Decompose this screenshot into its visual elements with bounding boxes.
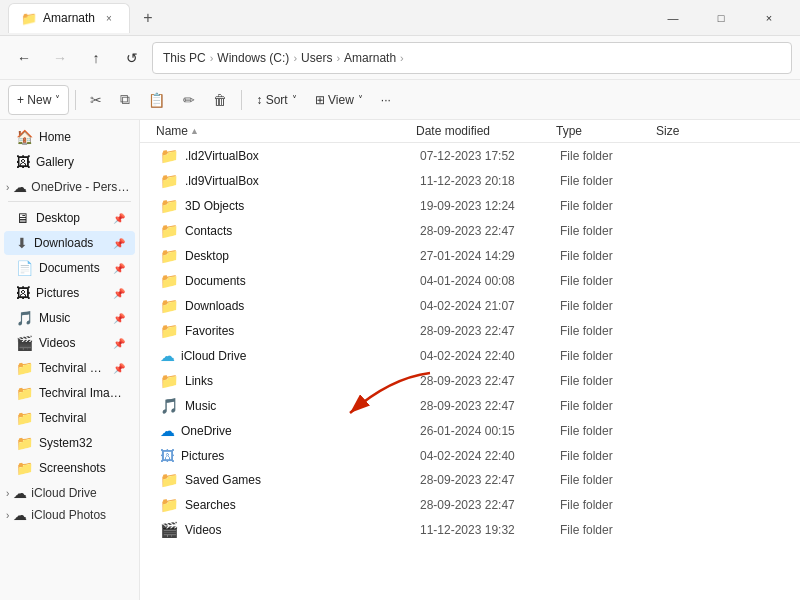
file-icon: 📁 [160, 197, 179, 215]
table-row[interactable]: ☁ iCloud Drive 04-02-2024 22:40 File fol… [144, 344, 796, 368]
file-date: 04-02-2024 22:40 [420, 349, 560, 363]
sidebar-label-desktop: Desktop [36, 211, 107, 225]
column-type[interactable]: Type [556, 124, 656, 138]
new-chevron-icon: ˅ [55, 94, 60, 105]
sidebar-item-techviral-docum[interactable]: 📁 Techviral Docum 📌 [4, 356, 135, 380]
icloud-photos-icon: ☁ [13, 507, 27, 523]
onedrive-icon: ☁ [13, 179, 27, 195]
table-row[interactable]: 🎵 Music 28-09-2023 22:47 File folder [144, 394, 796, 418]
sidebar-item-music[interactable]: 🎵 Music 📌 [4, 306, 135, 330]
table-row[interactable]: 📁 3D Objects 19-09-2023 12:24 File folde… [144, 194, 796, 218]
file-name: Downloads [185, 299, 244, 313]
table-row[interactable]: 📁 Downloads 04-02-2024 21:07 File folder [144, 294, 796, 318]
file-date: 04-02-2024 21:07 [420, 299, 560, 313]
more-button[interactable]: ··· [373, 85, 399, 115]
table-row[interactable]: 📁 .ld2VirtualBox 07-12-2023 17:52 File f… [144, 144, 796, 168]
nav-bar: ← → ↑ ↺ This PC › Windows (C:) › Users ›… [0, 36, 800, 80]
breadcrumb-this-pc[interactable]: This PC [163, 51, 206, 65]
file-type: File folder [560, 399, 660, 413]
close-button[interactable]: × [746, 2, 792, 34]
refresh-button[interactable]: ↺ [116, 42, 148, 74]
file-name: Documents [185, 274, 246, 288]
sidebar-item-techviral-images[interactable]: 📁 Techviral Images [4, 381, 135, 405]
file-type: File folder [560, 473, 660, 487]
table-row[interactable]: ☁ OneDrive 26-01-2024 00:15 File folder [144, 419, 796, 443]
file-type: File folder [560, 274, 660, 288]
file-date: 11-12-2023 19:32 [420, 523, 560, 537]
file-name: OneDrive [181, 424, 232, 438]
file-icon: 📁 [160, 147, 179, 165]
sidebar-item-gallery[interactable]: 🖼 Gallery [4, 150, 135, 174]
file-type: File folder [560, 174, 660, 188]
column-date[interactable]: Date modified [416, 124, 556, 138]
sidebar-onedrive-group[interactable]: › ☁ OneDrive - Persona [0, 175, 139, 197]
sidebar-label-videos: Videos [39, 336, 107, 350]
sidebar-item-home[interactable]: 🏠 Home [4, 125, 135, 149]
table-row[interactable]: 📁 Contacts 28-09-2023 22:47 File folder [144, 219, 796, 243]
new-tab-button[interactable]: + [134, 4, 162, 32]
sidebar-item-documents[interactable]: 📄 Documents 📌 [4, 256, 135, 280]
table-row[interactable]: 📁 .ld9VirtualBox 11-12-2023 20:18 File f… [144, 169, 796, 193]
file-icon: 📁 [160, 172, 179, 190]
sidebar-item-screenshots[interactable]: 📁 Screenshots [4, 456, 135, 480]
column-name[interactable]: Name ▲ [156, 124, 416, 138]
sidebar-item-system32[interactable]: 📁 System32 [4, 431, 135, 455]
delete-button[interactable]: 🗑 [205, 85, 235, 115]
file-date: 19-09-2023 12:24 [420, 199, 560, 213]
paste-button[interactable]: 📋 [140, 85, 173, 115]
tab-close-button[interactable]: × [101, 10, 117, 26]
file-type: File folder [560, 249, 660, 263]
file-icon: 📁 [160, 372, 179, 390]
active-tab[interactable]: 📁 Amarnath × [8, 3, 130, 33]
sidebar-item-desktop[interactable]: 🖥 Desktop 📌 [4, 206, 135, 230]
file-date: 28-09-2023 22:47 [420, 498, 560, 512]
column-size[interactable]: Size [656, 124, 792, 138]
sidebar-icloud-drive-group[interactable]: › ☁ iCloud Drive [0, 481, 139, 503]
sidebar-item-videos[interactable]: 🎬 Videos 📌 [4, 331, 135, 355]
sidebar-label-pictures: Pictures [36, 286, 107, 300]
sidebar-icloud-photos-group[interactable]: › ☁ iCloud Photos [0, 503, 139, 525]
breadcrumb-users[interactable]: Users [301, 51, 332, 65]
sidebar-item-techviral[interactable]: 📁 Techviral [4, 406, 135, 430]
file-type: File folder [560, 324, 660, 338]
table-row[interactable]: 📁 Links 28-09-2023 22:47 File folder [144, 369, 796, 393]
sidebar-label-icloud-photos: iCloud Photos [31, 508, 106, 522]
sidebar-item-downloads[interactable]: ⬇ Downloads 📌 [4, 231, 135, 255]
new-button[interactable]: + New ˅ [8, 85, 69, 115]
view-button[interactable]: ⊞ View ˅ [307, 85, 371, 115]
breadcrumb-c-drive[interactable]: Windows (C:) [217, 51, 289, 65]
table-row[interactable]: 📁 Saved Games 28-09-2023 22:47 File fold… [144, 468, 796, 492]
file-icon: 📁 [160, 297, 179, 315]
table-row[interactable]: 📁 Documents 04-01-2024 00:08 File folder [144, 269, 796, 293]
file-name: iCloud Drive [181, 349, 246, 363]
sidebar-label-documents: Documents [39, 261, 107, 275]
table-row[interactable]: 📁 Searches 28-09-2023 22:47 File folder [144, 493, 796, 517]
table-row[interactable]: 📁 Desktop 27-01-2024 14:29 File folder [144, 244, 796, 268]
file-type: File folder [560, 199, 660, 213]
rename-button[interactable]: ✏ [175, 85, 203, 115]
pin-icon-videos: 📌 [113, 338, 125, 349]
sidebar-item-pictures[interactable]: 🖼 Pictures 📌 [4, 281, 135, 305]
copy-icon: ⧉ [120, 91, 130, 108]
cut-button[interactable]: ✂ [82, 85, 110, 115]
breadcrumb-sep-4: › [400, 52, 404, 64]
copy-button[interactable]: ⧉ [112, 85, 138, 115]
forward-button[interactable]: → [44, 42, 76, 74]
file-date: 28-09-2023 22:47 [420, 399, 560, 413]
file-type: File folder [560, 498, 660, 512]
maximize-button[interactable]: □ [698, 2, 744, 34]
breadcrumb-amarnath[interactable]: Amarnath [344, 51, 396, 65]
file-icon: 📁 [160, 471, 179, 489]
techviral-icon: 📁 [16, 410, 33, 426]
techviral-images-icon: 📁 [16, 385, 33, 401]
table-row[interactable]: 🖼 Pictures 04-02-2024 22:40 File folder [144, 444, 796, 467]
minimize-button[interactable]: — [650, 2, 696, 34]
file-type: File folder [560, 349, 660, 363]
file-name: Contacts [185, 224, 232, 238]
file-icon: 📁 [160, 322, 179, 340]
back-button[interactable]: ← [8, 42, 40, 74]
up-button[interactable]: ↑ [80, 42, 112, 74]
table-row[interactable]: 📁 Favorites 28-09-2023 22:47 File folder [144, 319, 796, 343]
sort-button[interactable]: ↕ Sort ˅ [248, 85, 304, 115]
table-row[interactable]: 🎬 Videos 11-12-2023 19:32 File folder [144, 518, 796, 542]
